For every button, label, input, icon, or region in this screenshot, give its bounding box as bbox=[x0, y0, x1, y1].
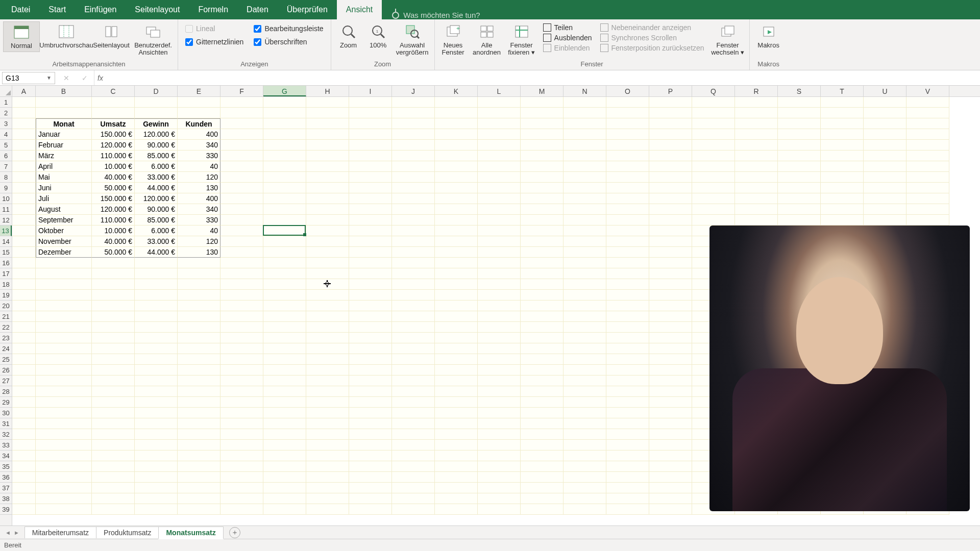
cell-B3[interactable]: Monat bbox=[36, 118, 92, 129]
col-header-I[interactable]: I bbox=[349, 86, 392, 96]
cell-M32[interactable] bbox=[521, 429, 564, 440]
col-header-S[interactable]: S bbox=[778, 86, 821, 96]
cell-H25[interactable] bbox=[306, 354, 349, 365]
cell-E23[interactable] bbox=[178, 333, 220, 343]
cell-C19[interactable] bbox=[92, 290, 135, 300]
cell-F9[interactable] bbox=[220, 183, 263, 193]
cell-O1[interactable] bbox=[606, 97, 649, 108]
cell-K19[interactable] bbox=[435, 290, 478, 300]
hide-button[interactable]: Ausblenden bbox=[543, 34, 592, 42]
cell-L29[interactable] bbox=[478, 397, 521, 408]
cell-N29[interactable] bbox=[564, 397, 606, 408]
cell-A39[interactable] bbox=[12, 504, 36, 515]
cell-O36[interactable] bbox=[606, 472, 649, 483]
cell-H13[interactable] bbox=[306, 226, 349, 236]
cell-P27[interactable] bbox=[649, 375, 692, 386]
cell-L22[interactable] bbox=[478, 322, 521, 333]
cell-L38[interactable] bbox=[478, 493, 521, 504]
cell-B32[interactable] bbox=[36, 429, 92, 440]
cell-C23[interactable] bbox=[92, 333, 135, 343]
select-all-corner[interactable] bbox=[0, 86, 12, 97]
cell-T8[interactable] bbox=[821, 172, 864, 183]
cell-N7[interactable] bbox=[564, 161, 606, 172]
cell-V2[interactable] bbox=[906, 108, 949, 118]
cell-L20[interactable] bbox=[478, 300, 521, 311]
cell-E15[interactable]: 130 bbox=[178, 247, 220, 258]
cell-L7[interactable] bbox=[478, 161, 521, 172]
cell-J2[interactable] bbox=[392, 108, 435, 118]
cell-M37[interactable] bbox=[521, 483, 564, 493]
cell-L33[interactable] bbox=[478, 440, 521, 450]
cell-H29[interactable] bbox=[306, 397, 349, 408]
zoom-100-button[interactable]: 1 100% bbox=[365, 21, 391, 51]
cell-D17[interactable] bbox=[135, 268, 178, 279]
col-header-T[interactable]: T bbox=[821, 86, 864, 96]
cell-G30[interactable] bbox=[263, 408, 306, 418]
cell-C33[interactable] bbox=[92, 440, 135, 450]
cell-D38[interactable] bbox=[135, 493, 178, 504]
col-header-K[interactable]: K bbox=[435, 86, 478, 96]
cell-H22[interactable] bbox=[306, 322, 349, 333]
cell-A21[interactable] bbox=[12, 311, 36, 322]
cell-D13[interactable]: 6.000 € bbox=[135, 226, 178, 236]
cell-O19[interactable] bbox=[606, 290, 649, 300]
macros-button[interactable]: Makros bbox=[753, 21, 785, 51]
row-header-25[interactable]: 25 bbox=[0, 354, 12, 365]
cell-E13[interactable]: 40 bbox=[178, 226, 220, 236]
cell-D1[interactable] bbox=[135, 97, 178, 108]
cell-D23[interactable] bbox=[135, 333, 178, 343]
cell-F8[interactable] bbox=[220, 172, 263, 183]
cell-A5[interactable] bbox=[12, 140, 36, 151]
cell-F2[interactable] bbox=[220, 108, 263, 118]
cell-O34[interactable] bbox=[606, 450, 649, 461]
cell-H39[interactable] bbox=[306, 504, 349, 515]
cell-N28[interactable] bbox=[564, 386, 606, 397]
cell-D39[interactable] bbox=[135, 504, 178, 515]
col-header-M[interactable]: M bbox=[521, 86, 564, 96]
cell-Q11[interactable] bbox=[692, 204, 735, 215]
tab-ansicht[interactable]: Ansicht bbox=[337, 0, 382, 19]
freeze-panes-button[interactable]: Fenster fixieren ▾ bbox=[505, 21, 538, 59]
cell-C5[interactable]: 120.000 € bbox=[92, 140, 135, 151]
cell-O37[interactable] bbox=[606, 483, 649, 493]
cell-C28[interactable] bbox=[92, 386, 135, 397]
cell-K16[interactable] bbox=[435, 258, 478, 268]
cell-D8[interactable]: 33.000 € bbox=[135, 172, 178, 183]
cell-E6[interactable]: 330 bbox=[178, 151, 220, 161]
cell-E19[interactable] bbox=[178, 290, 220, 300]
cell-M15[interactable] bbox=[521, 247, 564, 258]
cell-D34[interactable] bbox=[135, 450, 178, 461]
cell-V3[interactable] bbox=[906, 118, 949, 129]
cell-H17[interactable] bbox=[306, 268, 349, 279]
cell-E7[interactable]: 40 bbox=[178, 161, 220, 172]
cell-T4[interactable] bbox=[821, 129, 864, 140]
cell-M8[interactable] bbox=[521, 172, 564, 183]
cell-P15[interactable] bbox=[649, 247, 692, 258]
cell-C8[interactable]: 40.000 € bbox=[92, 172, 135, 183]
cell-K12[interactable] bbox=[435, 215, 478, 226]
cell-B29[interactable] bbox=[36, 397, 92, 408]
cell-L36[interactable] bbox=[478, 472, 521, 483]
cell-N11[interactable] bbox=[564, 204, 606, 215]
cell-J27[interactable] bbox=[392, 375, 435, 386]
cell-G12[interactable] bbox=[263, 215, 306, 226]
cell-B26[interactable] bbox=[36, 365, 92, 375]
cell-V7[interactable] bbox=[906, 161, 949, 172]
cell-A26[interactable] bbox=[12, 365, 36, 375]
cell-I31[interactable] bbox=[349, 418, 392, 429]
spreadsheet[interactable]: ABCDEFGHIJKLMNOPQRSTUV 12345678910111213… bbox=[0, 86, 980, 525]
cell-A38[interactable] bbox=[12, 493, 36, 504]
chk-bearbeitungsleiste[interactable]: Bearbeitungsleiste bbox=[254, 24, 323, 33]
cell-G31[interactable] bbox=[263, 418, 306, 429]
cell-I17[interactable] bbox=[349, 268, 392, 279]
cell-T7[interactable] bbox=[821, 161, 864, 172]
cell-J6[interactable] bbox=[392, 151, 435, 161]
cell-L23[interactable] bbox=[478, 333, 521, 343]
cell-G7[interactable] bbox=[263, 161, 306, 172]
cell-C2[interactable] bbox=[92, 108, 135, 118]
cell-G11[interactable] bbox=[263, 204, 306, 215]
add-sheet-button[interactable]: ＋ bbox=[229, 527, 240, 538]
cell-J18[interactable] bbox=[392, 279, 435, 290]
cell-O18[interactable] bbox=[606, 279, 649, 290]
col-header-V[interactable]: V bbox=[906, 86, 949, 96]
